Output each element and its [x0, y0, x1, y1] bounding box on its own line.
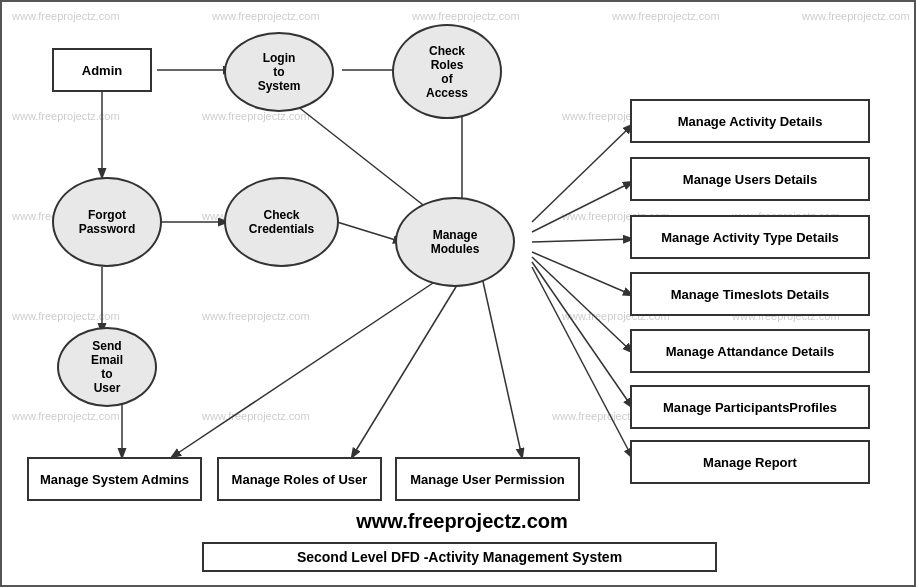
manage-attendance-node: Manage Attandance Details	[630, 329, 870, 373]
manage-participants-node: Manage ParticipantsProfiles	[630, 385, 870, 429]
watermark-4: www.freeprojectz.com	[612, 10, 720, 22]
watermark-7: www.freeprojectz.com	[202, 110, 310, 122]
watermark-19: www.freeprojectz.com	[202, 410, 310, 422]
manage-activity-type-node: Manage Activity Type Details	[630, 215, 870, 259]
check-credentials-node: Check Credentials	[224, 177, 339, 267]
watermark-15: www.freeprojectz.com	[202, 310, 310, 322]
svg-line-17	[352, 277, 462, 457]
watermark-14: www.freeprojectz.com	[12, 310, 120, 322]
svg-line-15	[532, 267, 632, 457]
svg-line-9	[532, 125, 632, 222]
manage-system-admins-node: Manage System Admins	[27, 457, 202, 501]
website-label: www.freeprojectz.com	[232, 510, 692, 533]
manage-timeslots-node: Manage Timeslots Details	[630, 272, 870, 316]
svg-line-14	[532, 262, 632, 407]
login-node: Login to System	[224, 32, 334, 112]
footer-label: Second Level DFD -Activity Management Sy…	[202, 542, 717, 572]
forgot-password-node: Forgot Password	[52, 177, 162, 267]
manage-roles-node: Manage Roles of User	[217, 457, 382, 501]
send-email-node: Send Email to User	[57, 327, 157, 407]
svg-line-10	[532, 182, 632, 232]
watermark-5: www.freeprojectz.com	[802, 10, 910, 22]
svg-line-13	[532, 257, 632, 352]
svg-line-16	[172, 277, 442, 457]
svg-line-7	[337, 222, 402, 242]
manage-report-node: Manage Report	[630, 440, 870, 484]
watermark-3: www.freeprojectz.com	[412, 10, 520, 22]
manage-user-permission-node: Manage User Permission	[395, 457, 580, 501]
check-roles-node: Check Roles of Access	[392, 24, 502, 119]
admin-node: Admin	[52, 48, 152, 92]
watermark-6: www.freeprojectz.com	[12, 110, 120, 122]
manage-activity-details-node: Manage Activity Details	[630, 99, 870, 143]
diagram-container: www.freeprojectz.com www.freeprojectz.co…	[0, 0, 916, 587]
svg-line-12	[532, 252, 632, 295]
svg-line-11	[532, 239, 632, 242]
manage-users-details-node: Manage Users Details	[630, 157, 870, 201]
watermark-18: www.freeprojectz.com	[12, 410, 120, 422]
manage-modules-node: Manage Modules	[395, 197, 515, 287]
svg-line-18	[482, 277, 522, 457]
watermark-1: www.freeprojectz.com	[12, 10, 120, 22]
watermark-2: www.freeprojectz.com	[212, 10, 320, 22]
